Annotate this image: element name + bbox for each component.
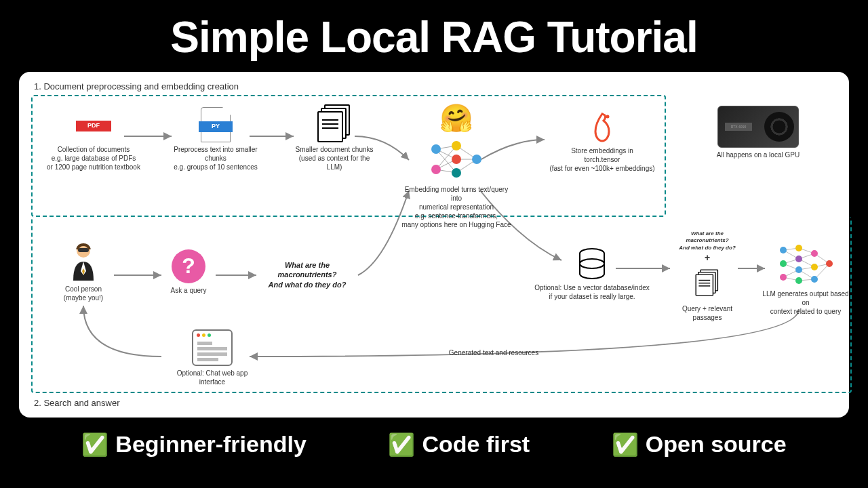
pdf-label: Collection of documents e.g. large datab… — [46, 145, 141, 171]
py-label: Preprocess text into smaller chunks e.g.… — [172, 145, 260, 171]
svg-point-14 — [472, 155, 481, 164]
svg-point-39 — [795, 256, 802, 262]
browser-icon — [192, 329, 233, 366]
page-title: Simple Local RAG Tutorial — [0, 0, 868, 72]
svg-point-44 — [811, 276, 818, 283]
svg-point-11 — [452, 141, 461, 150]
svg-point-40 — [795, 266, 802, 273]
retrieved-query: What are the macronutrients? And what do… — [670, 230, 745, 251]
chunks-label: Smaller document chunks (used as context… — [290, 145, 378, 171]
database-icon — [575, 247, 609, 281]
footer-open: ✅Open source — [612, 431, 787, 458]
py-node: PY Preprocess text into smaller chunks e… — [172, 107, 260, 171]
person-node: Cool person (maybe you!) — [53, 241, 114, 302]
ask-node: ? Ask a query — [161, 249, 216, 295]
footer-beginner: ✅Beginner-friendly — [81, 431, 306, 458]
person-label: Cool person (maybe you!) — [53, 285, 114, 302]
svg-rect-17 — [78, 248, 89, 252]
chunks-node: Smaller document chunks (used as context… — [290, 104, 378, 171]
svg-point-12 — [452, 155, 461, 164]
svg-point-13 — [452, 168, 461, 178]
svg-point-45 — [826, 260, 833, 267]
py-icon: PY — [201, 107, 231, 142]
hugging-face-icon: 🤗 — [399, 100, 514, 136]
retrieved-node: What are the macronutrients? And what do… — [670, 230, 745, 322]
pdf-node: PDF Collection of documents e.g. large d… — [46, 107, 141, 171]
webapp-label: Optional: Chat web app interface — [168, 369, 256, 386]
tensor-node: Store embeddings in torch.tensor (fast f… — [545, 111, 660, 173]
plus-icon: + — [670, 251, 745, 264]
vectordb-label: Optional: Use a vector database/index if… — [534, 283, 650, 301]
check-icon: ✅ — [81, 432, 108, 458]
person-icon — [68, 241, 99, 282]
pdf-icon: PDF — [79, 107, 108, 142]
svg-point-43 — [811, 264, 818, 270]
svg-point-42 — [811, 250, 818, 257]
passages-icon — [696, 270, 719, 296]
svg-point-10 — [431, 165, 441, 174]
generated-label-node: Generated text and resources — [426, 348, 561, 357]
tensor-label: Store embeddings in torch.tensor (fast f… — [545, 146, 660, 173]
footer: ✅Beginner-friendly ✅Code first ✅Open sou… — [0, 418, 868, 458]
svg-point-9 — [431, 144, 441, 154]
webapp-node: Optional: Chat web app interface — [168, 329, 256, 386]
check-icon: ✅ — [388, 432, 415, 458]
check-icon: ✅ — [612, 432, 639, 458]
llm-node: LLM generates output based on context re… — [758, 240, 853, 316]
vectordb-node: Optional: Use a vector database/index if… — [534, 247, 650, 301]
embed-node: 🤗 Embedding model turns text/query into … — [399, 100, 514, 229]
question-mark-icon: ? — [172, 249, 205, 283]
svg-point-37 — [780, 274, 787, 281]
diagram-panel: 1. Document preprocessing and embedding … — [19, 72, 849, 418]
svg-point-35 — [780, 247, 787, 253]
ask-label: Ask a query — [161, 286, 216, 295]
query-text: What are the macronutrients? And what do… — [260, 260, 355, 289]
retrieved-label: Query + relevant passages — [670, 304, 745, 322]
section-1-label: 1. Document preprocessing and embedding … — [34, 81, 239, 92]
svg-point-41 — [795, 277, 802, 284]
neural-network-icon — [426, 136, 487, 183]
section-2-label: 2. Search and answer — [34, 398, 119, 408]
footer-code: ✅Code first — [388, 431, 530, 458]
generated-text-label: Generated text and resources — [426, 348, 561, 357]
llm-network-icon — [775, 240, 836, 287]
pytorch-icon — [589, 111, 616, 144]
documents-icon — [317, 104, 351, 142]
gpu-icon: RTX 4090 — [717, 106, 799, 148]
gpu-node: RTX 4090 All happens on a local GPU — [697, 106, 819, 159]
embed-label: Embedding model turns text/query into nu… — [399, 185, 514, 229]
llm-label: LLM generates output based on context re… — [758, 289, 853, 316]
svg-point-15 — [606, 115, 610, 119]
query-text-node: What are the macronutrients? And what do… — [260, 260, 355, 289]
gpu-label-text: All happens on a local GPU — [697, 150, 819, 159]
svg-point-38 — [795, 245, 802, 251]
svg-point-36 — [780, 260, 787, 267]
